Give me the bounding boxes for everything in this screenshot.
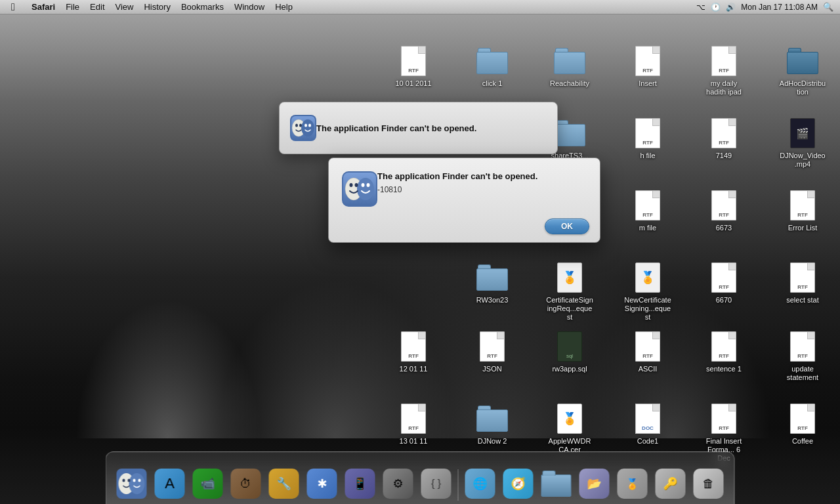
svg-point-6 (304, 124, 307, 127)
svg-point-11 (357, 178, 374, 200)
dialog-overlay: The application Finder can't be opened. (0, 0, 840, 504)
volume-icon[interactable]: 🔊 (726, 3, 736, 12)
menubar:  Safari File Edit View History Bookmark… (0, 0, 840, 14)
activity-monitor-icon[interactable]: ⌥ (696, 3, 705, 12)
dialog-background: The application Finder can't be opened. (279, 102, 558, 154)
ok-button[interactable]: OK (545, 219, 589, 234)
dialog-bg-text: The application Finder can't be opened. (316, 123, 476, 133)
svg-point-7 (308, 124, 311, 127)
svg-point-12 (350, 183, 353, 187)
menubar-edit[interactable]: Edit (85, 0, 110, 14)
menubar-file[interactable]: File (60, 0, 85, 14)
finder-icon-main (342, 171, 377, 207)
menubar-right: ⌥ 🕐 🔊 Mon Jan 17 11:08 AM 🔍 (696, 2, 840, 12)
dialog-main: The application Finder can't be opened. … (328, 158, 600, 243)
menubar-bookmarks[interactable]: Bookmarks (176, 0, 229, 14)
time-machine-menubar-icon[interactable]: 🕐 (711, 3, 721, 12)
dialog-main-content: The application Finder can't be opened. … (329, 158, 600, 207)
finder-icon-bg (290, 115, 316, 141)
dialog-main-title: The application Finder can't be opened. (377, 171, 537, 181)
svg-point-5 (299, 124, 302, 127)
datetime-display: Mon Jan 17 11:08 AM (741, 3, 818, 12)
menubar-help[interactable]: Help (270, 0, 298, 14)
svg-point-13 (355, 183, 358, 187)
search-menubar-icon[interactable]: 🔍 (823, 2, 833, 12)
menubar-view[interactable]: View (110, 0, 139, 14)
svg-point-14 (362, 183, 365, 187)
menubar-window[interactable]: Window (229, 0, 270, 14)
apple-menu[interactable]:  (0, 1, 26, 13)
menubar-history[interactable]: History (138, 0, 175, 14)
menubar-app-name[interactable]: Safari (26, 0, 60, 14)
dialog-buttons: OK (329, 211, 600, 242)
dialog-main-subtitle: -10810 (377, 185, 537, 194)
svg-point-15 (367, 183, 370, 187)
svg-point-3 (301, 119, 314, 136)
dialog-main-text-area: The application Finder can't be opened. … (377, 171, 537, 207)
svg-point-4 (295, 124, 298, 127)
